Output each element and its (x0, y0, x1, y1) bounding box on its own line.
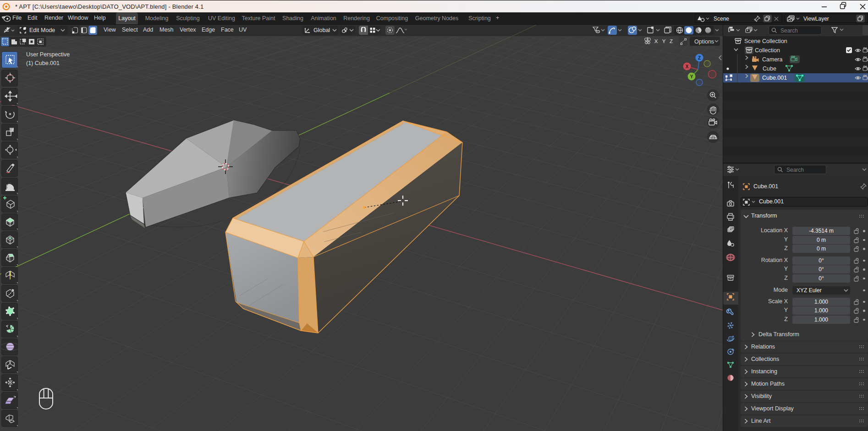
svg-text:Y: Y (690, 74, 693, 79)
svg-text:Z: Z (698, 55, 701, 60)
svg-text:User Perspective: User Perspective (26, 51, 70, 58)
svg-text:Y: Y (662, 38, 666, 44)
svg-text:X: X (686, 64, 689, 69)
svg-text:(1) Cube.001: (1) Cube.001 (26, 60, 60, 66)
svg-text:X: X (654, 38, 658, 44)
svg-text:Z: Z (670, 38, 673, 44)
